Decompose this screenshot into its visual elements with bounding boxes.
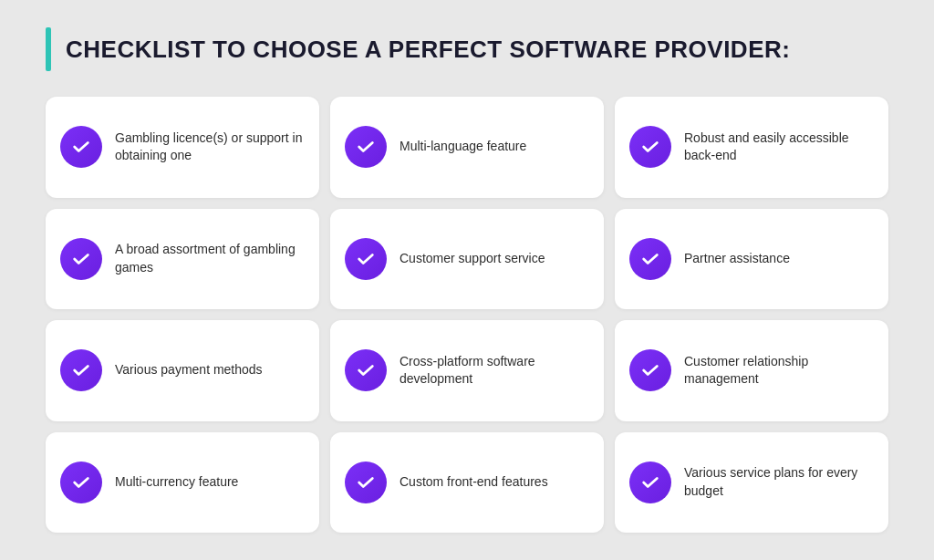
card-label: Custom front-end features [400, 473, 548, 492]
check-icon [60, 461, 102, 503]
checklist-card: Customer support service [330, 209, 604, 310]
checklist-card: Robust and easily accessible back-end [615, 97, 888, 198]
page-title: CHECKLIST TO CHOOSE A PERFECT SOFTWARE P… [66, 36, 790, 64]
check-icon [345, 349, 387, 391]
checklist-card: Various payment methods [46, 320, 319, 421]
check-icon [629, 349, 671, 391]
card-label: Multi-language feature [400, 138, 526, 156]
checklist-card: Custom front-end features [330, 432, 604, 534]
card-label: Robust and easily accessible back-end [684, 130, 874, 165]
card-label: Cross-platform software development [400, 353, 589, 389]
check-icon [629, 238, 671, 280]
card-label: Customer relationship management [684, 353, 874, 389]
header-accent-bar [46, 27, 51, 71]
checklist-card: Gambling licence(s) or support in obtain… [46, 97, 319, 198]
check-icon [629, 461, 671, 503]
check-icon [60, 126, 102, 168]
card-label: A broad assortment of gambling games [115, 241, 305, 276]
card-label: Gambling licence(s) or support in obtain… [115, 130, 305, 165]
page-header: CHECKLIST TO CHOOSE A PERFECT SOFTWARE P… [46, 27, 888, 71]
checklist-card: A broad assortment of gambling games [46, 209, 319, 310]
check-icon [629, 126, 671, 168]
check-icon [60, 349, 102, 391]
check-icon [60, 238, 102, 280]
card-label: Various payment methods [115, 361, 263, 379]
card-label: Multi-currency feature [115, 473, 238, 492]
checklist-card: Multi-currency feature [46, 432, 319, 534]
card-label: Partner assistance [684, 250, 790, 268]
checklist-card: Customer relationship management [615, 320, 888, 421]
card-label: Customer support service [400, 250, 545, 268]
check-icon [345, 238, 387, 280]
card-label: Various service plans for every budget [684, 464, 874, 500]
check-icon [345, 126, 387, 168]
checklist-card: Partner assistance [615, 209, 888, 310]
check-icon [345, 461, 387, 503]
checklist-card: Various service plans for every budget [615, 432, 888, 534]
checklist-card: Cross-platform software development [330, 320, 604, 421]
checklist-grid: Gambling licence(s) or support in obtain… [46, 97, 888, 533]
checklist-card: Multi-language feature [330, 97, 604, 198]
